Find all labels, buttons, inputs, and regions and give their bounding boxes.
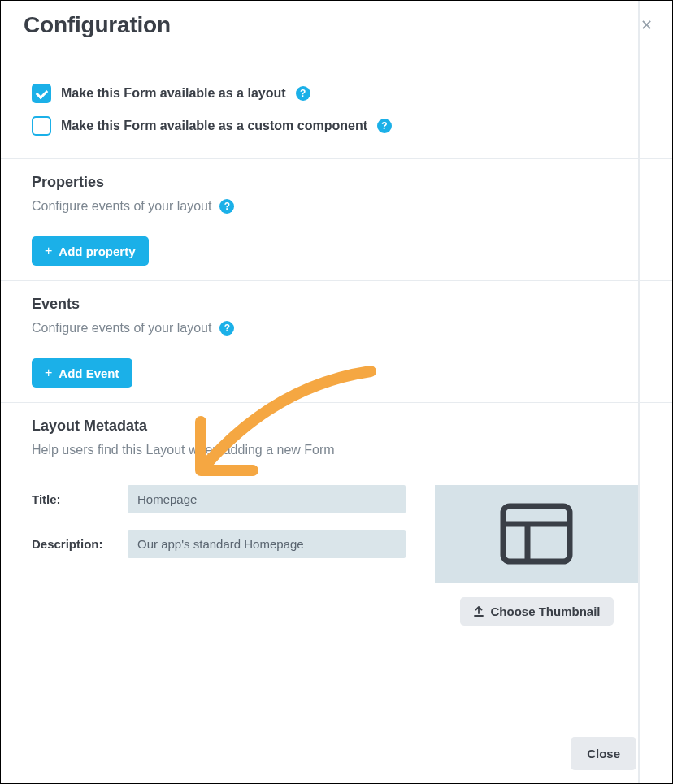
events-heading: Events [32, 296, 641, 313]
choose-thumbnail-label: Choose Thumbnail [491, 604, 601, 618]
add-property-button[interactable]: Add property [32, 236, 149, 266]
help-icon[interactable]: ? [377, 119, 392, 133]
thumbnail-column: Choose Thumbnail [435, 485, 638, 626]
svg-rect-0 [503, 506, 570, 561]
close-icon[interactable]: ✕ [640, 16, 653, 34]
metadata-heading: Layout Metadata [32, 418, 641, 435]
events-description-row: Configure events of your layout ? [32, 321, 641, 336]
right-edge-shadow [638, 1, 640, 783]
thumbnail-preview [435, 485, 638, 583]
metadata-fields: Title: Description: [32, 485, 406, 574]
properties-description: Configure events of your layout [32, 199, 211, 214]
title-field-row: Title: [32, 485, 406, 513]
metadata-description: Help users find this Layout when adding … [32, 443, 335, 457]
availability-section: Make this Form available as a layout ? M… [1, 54, 672, 158]
close-button-label: Close [587, 747, 620, 760]
description-field-row: Description: [32, 530, 406, 558]
metadata-body: Title: Description: [32, 485, 641, 626]
close-button[interactable]: Close [571, 737, 636, 770]
events-section: Events Configure events of your layout ?… [1, 280, 672, 402]
help-icon[interactable]: ? [296, 86, 310, 101]
layout-thumbnail-icon [500, 503, 573, 565]
available-as-layout-row: Make this Form available as a layout ? [32, 79, 641, 111]
properties-description-row: Configure events of your layout ? [32, 199, 641, 214]
dialog-header: Configuration ✕ [1, 1, 672, 54]
dialog-title: Configuration [24, 12, 171, 38]
available-as-component-label: Make this Form available as a custom com… [61, 119, 367, 133]
dialog-footer: Close [571, 737, 636, 770]
help-icon[interactable]: ? [219, 199, 234, 214]
help-icon[interactable]: ? [219, 321, 234, 336]
plus-icon [45, 244, 52, 258]
available-as-layout-label: Make this Form available as a layout [61, 86, 286, 101]
add-event-label: Add Event [59, 366, 119, 380]
properties-section: Properties Configure events of your layo… [1, 158, 672, 280]
upload-icon [473, 606, 484, 617]
plus-icon [45, 366, 52, 380]
layout-metadata-section: Layout Metadata Help users find this Lay… [1, 402, 672, 640]
add-property-label: Add property [59, 245, 135, 258]
description-input[interactable] [128, 530, 406, 558]
description-field-label: Description: [32, 537, 113, 551]
add-event-button[interactable]: Add Event [32, 358, 132, 388]
events-description: Configure events of your layout [32, 321, 211, 336]
available-as-component-checkbox[interactable] [32, 116, 51, 136]
choose-thumbnail-button[interactable]: Choose Thumbnail [460, 597, 614, 626]
title-field-label: Title: [32, 492, 113, 506]
metadata-description-row: Help users find this Layout when adding … [32, 443, 641, 457]
available-as-component-row: Make this Form available as a custom com… [32, 111, 641, 144]
title-input[interactable] [128, 485, 406, 513]
properties-heading: Properties [32, 174, 641, 191]
configuration-dialog: Configuration ✕ Make this Form available… [1, 1, 672, 783]
available-as-layout-checkbox[interactable] [32, 84, 51, 103]
